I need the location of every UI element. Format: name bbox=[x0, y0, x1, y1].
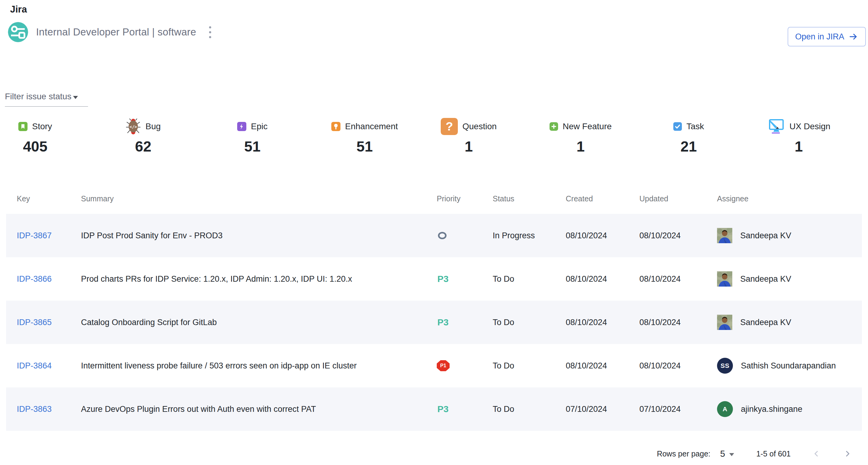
column-header-created: Created bbox=[566, 194, 640, 203]
task-icon bbox=[673, 122, 682, 131]
page-title: Jira bbox=[10, 4, 27, 15]
jira-card: Jira Internal Developer Portal | softwar… bbox=[0, 0, 868, 465]
priority-p3-icon: P3 bbox=[437, 404, 449, 414]
issue-created-date: 07/10/2024 bbox=[566, 404, 640, 414]
priority-p3-icon: P3 bbox=[437, 274, 449, 284]
priority-cell bbox=[437, 232, 493, 239]
next-page-button[interactable] bbox=[841, 447, 854, 460]
chevron-down-icon bbox=[729, 453, 734, 456]
priority-none-icon bbox=[438, 232, 446, 239]
assignee-initials-avatar: A bbox=[717, 401, 733, 417]
issue-type-count: 1 bbox=[465, 138, 473, 155]
table-header-row: Key Summary Priority Status Created Upda… bbox=[6, 183, 862, 214]
issue-created-date: 08/10/2024 bbox=[566, 231, 640, 240]
priority-p3-icon: P3 bbox=[437, 317, 449, 328]
assignee-name: Sandeepa KV bbox=[740, 231, 791, 240]
assignee-cell: Sandeepa KV bbox=[717, 228, 862, 243]
assignee-cell: Sandeepa KV bbox=[717, 271, 862, 287]
issue-summary: Azure DevOps Plugin Errors out with Auth… bbox=[81, 404, 437, 414]
filter-issue-status-select[interactable]: Filter issue status bbox=[5, 92, 88, 107]
bug-icon: </> bbox=[126, 118, 141, 135]
counter-question: ? Question 1 bbox=[441, 117, 497, 155]
table-row: IDP-3863 Azure DevOps Plugin Errors out … bbox=[6, 388, 862, 431]
counter-epic: Epic 51 bbox=[237, 117, 268, 155]
table-row: IDP-3866 Prod charts PRs for IDP Service… bbox=[6, 257, 862, 301]
issue-key-link[interactable]: IDP-3866 bbox=[17, 274, 81, 284]
issue-status: In Progress bbox=[493, 231, 566, 240]
issue-type-count: 62 bbox=[135, 138, 151, 155]
priority-cell: P3 bbox=[437, 317, 493, 328]
enhancement-icon bbox=[331, 122, 340, 131]
counter-bug: </> Bug 62 bbox=[126, 117, 161, 155]
issues-table: Key Summary Priority Status Created Upda… bbox=[6, 183, 862, 431]
story-icon bbox=[18, 122, 28, 131]
issue-key-link[interactable]: IDP-3867 bbox=[17, 231, 81, 240]
issue-created-date: 08/10/2024 bbox=[566, 274, 640, 284]
question-icon: ? bbox=[441, 118, 458, 135]
priority-cell: P3 bbox=[437, 404, 493, 414]
issue-type-count: 1 bbox=[795, 138, 803, 155]
issue-status: To Do bbox=[493, 361, 566, 371]
table-row: IDP-3865 Catalog Onboarding Script for G… bbox=[6, 301, 862, 344]
issue-status: To Do bbox=[493, 404, 566, 414]
assignee-name: Sandeepa KV bbox=[740, 274, 791, 284]
column-header-status: Status bbox=[493, 194, 566, 203]
table-body: IDP-3867 IDP Post Prod Sanity for Env - … bbox=[6, 214, 862, 431]
pagination-range: 1-5 of 601 bbox=[756, 450, 791, 458]
svg-text:?: ? bbox=[445, 120, 453, 133]
chevron-right-icon bbox=[843, 449, 852, 458]
filter-issue-status-label: Filter issue status bbox=[5, 92, 71, 101]
issue-updated-date: 08/10/2024 bbox=[640, 318, 717, 327]
assignee-photo-avatar bbox=[717, 315, 732, 330]
epic-icon bbox=[237, 122, 246, 131]
issue-updated-date: 07/10/2024 bbox=[640, 404, 717, 414]
issue-key-link[interactable]: IDP-3863 bbox=[17, 404, 81, 414]
ux-design-icon bbox=[767, 118, 785, 135]
counter-task: Task 21 bbox=[673, 117, 704, 155]
rows-per-page-value: 5 bbox=[720, 449, 725, 459]
kebab-menu-icon[interactable] bbox=[206, 23, 215, 42]
priority-cell: P3 bbox=[437, 274, 493, 284]
issue-summary: IDP Post Prod Sanity for Env - PROD3 bbox=[81, 231, 437, 240]
priority-p1-icon: P1 bbox=[437, 360, 450, 371]
assignee-photo-avatar bbox=[717, 271, 732, 287]
issue-summary: Catalog Onboarding Script for GitLab bbox=[81, 318, 437, 327]
pagination-bar: Rows per page: 5 1-5 of 601 bbox=[657, 444, 854, 463]
issue-created-date: 08/10/2024 bbox=[566, 318, 640, 327]
issue-status: To Do bbox=[493, 318, 566, 327]
table-row: IDP-3864 Intermittent liveness probe fai… bbox=[6, 344, 862, 388]
issue-key-link[interactable]: IDP-3865 bbox=[17, 318, 81, 327]
entity-logo-icon bbox=[8, 22, 28, 42]
open-in-jira-label: Open in JIRA bbox=[795, 32, 844, 41]
assignee-cell: A ajinkya.shingane bbox=[717, 401, 862, 417]
counter-ux-design: UX Design 1 bbox=[767, 117, 830, 155]
assignee-cell: SS Sathish Soundarapandian bbox=[717, 358, 862, 374]
issue-key-link[interactable]: IDP-3864 bbox=[17, 361, 81, 371]
new-feature-icon bbox=[550, 122, 558, 131]
assignee-initials-avatar: SS bbox=[717, 358, 733, 374]
issue-type-count: 51 bbox=[356, 138, 373, 155]
assignee-photo-avatar bbox=[717, 228, 732, 243]
column-header-assignee: Assignee bbox=[717, 194, 862, 203]
svg-text:</>: </> bbox=[130, 125, 137, 129]
table-row: IDP-3867 IDP Post Prod Sanity for Env - … bbox=[6, 214, 862, 257]
assignee-cell: Sandeepa KV bbox=[717, 315, 862, 330]
issue-updated-date: 08/10/2024 bbox=[640, 361, 717, 371]
issue-updated-date: 08/10/2024 bbox=[640, 274, 717, 284]
arrow-right-icon bbox=[848, 32, 858, 41]
previous-page-button[interactable] bbox=[810, 447, 823, 460]
chevron-left-icon bbox=[812, 449, 821, 458]
issue-created-date: 08/10/2024 bbox=[566, 361, 640, 371]
chevron-down-icon bbox=[73, 96, 78, 99]
assignee-name: ajinkya.shingane bbox=[741, 404, 802, 414]
entity-name: Internal Developer Portal | software bbox=[36, 26, 196, 38]
counter-new-feature: New Feature 1 bbox=[550, 117, 612, 155]
rows-per-page-select[interactable]: 5 bbox=[720, 449, 734, 459]
counter-story: Story 405 bbox=[18, 117, 52, 155]
issue-type-count: 21 bbox=[681, 138, 697, 155]
column-header-priority: Priority bbox=[437, 194, 493, 203]
open-in-jira-button[interactable]: Open in JIRA bbox=[787, 27, 866, 46]
issue-type-counters: Story 405 </> Bug 62 Epic 51 Enhancement… bbox=[0, 117, 868, 166]
counter-enhancement: Enhancement 51 bbox=[331, 117, 398, 155]
issue-type-count: 1 bbox=[577, 138, 585, 155]
